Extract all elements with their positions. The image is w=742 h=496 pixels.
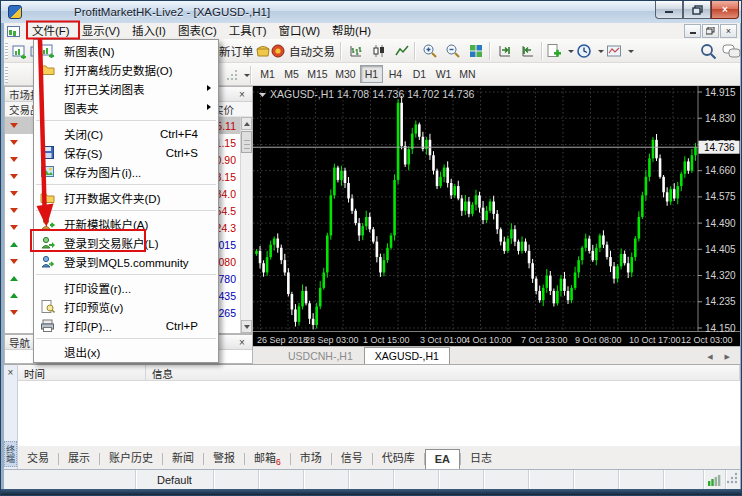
menubar-item-1[interactable]: 显示(V) [76, 23, 126, 39]
toolbar-separator [250, 66, 251, 84]
timeframe-button-M5[interactable]: M5 [280, 65, 303, 83]
candlestick-mode-button[interactable] [368, 42, 390, 60]
menubar-item-4[interactable]: 工具(T) [223, 23, 273, 39]
menubar-item-6[interactable]: 帮助(H) [326, 23, 377, 39]
wallet-icon [255, 43, 271, 59]
restore-button[interactable] [683, 1, 711, 19]
timeframe-button-M15[interactable]: M15 [304, 65, 331, 83]
terminal-tab-3[interactable]: 新闻 [163, 446, 203, 469]
search-button[interactable] [697, 42, 719, 60]
timeframe-button-H1[interactable]: H1 [360, 65, 383, 83]
market-watch-scrollbar[interactable] [240, 117, 252, 333]
file-menu-item-save-as-picture[interactable]: 保存为图片(i)... [34, 162, 218, 181]
terminal-tab-10[interactable]: 日志 [461, 446, 501, 469]
file-menu-item-close[interactable]: 关闭(C)Ctrl+F4 [34, 124, 218, 143]
menubar-item-2[interactable]: 插入(I) [126, 23, 172, 39]
zoom-out-button[interactable] [442, 42, 464, 60]
message-column-header[interactable]: 信息 [146, 365, 740, 380]
file-menu-item-save[interactable]: 保存(S)Ctrl+S [34, 143, 218, 162]
file-menu-item-print-preview[interactable]: 打印预览(v) [34, 297, 218, 316]
terminal-tab-5[interactable]: 邮箱6 [245, 446, 290, 469]
chart-shift-button[interactable] [517, 42, 539, 60]
new-order-label: 新订单 [219, 43, 254, 59]
status-profile[interactable]: Default [136, 470, 214, 489]
minimize-button[interactable] [655, 1, 683, 19]
file-menu-item-login-mql5[interactable]: 登录到MQL5.community [34, 252, 218, 271]
file-menu-item-open-demo-account[interactable]: 开新模拟帐户(A) [34, 214, 218, 233]
tile-windows-button[interactable] [465, 42, 487, 60]
menubar-item-5[interactable]: 窗口(W) [273, 23, 327, 39]
tab-label: 市场 [300, 452, 322, 464]
timeframe-button-M1[interactable]: M1 [256, 65, 279, 83]
terminal-tab-active-9[interactable]: EA [425, 449, 460, 469]
timeframe-button-W1[interactable]: W1 [432, 65, 455, 83]
close-button[interactable]: × [711, 1, 739, 19]
terminal-close-icon[interactable]: × [5, 367, 17, 378]
terminal-tab-0[interactable]: 交易 [18, 446, 58, 469]
indicators-dropdown-button[interactable] [546, 42, 574, 60]
file-menu-item-chart-profiles[interactable]: 图表夹 [34, 98, 218, 117]
status-cell-empty [619, 470, 664, 489]
resize-grip[interactable] [726, 470, 740, 489]
file-menu-dropdown: 新图表(N)打开离线历史数据(O)打开已关闭图表图表夹关闭(C)Ctrl+F4保… [33, 39, 219, 363]
chart-tab-USDCNHH1[interactable]: USDCNH-,H1 [277, 347, 364, 364]
svg-text:14.736: 14.736 [704, 142, 735, 153]
timeframe-button-H4[interactable]: H4 [384, 65, 407, 83]
timeframe-button-M30[interactable]: M30 [332, 65, 359, 83]
file-menu-item-print-setup[interactable]: 打印设置(r)... [34, 278, 218, 297]
price-down-icon [10, 310, 18, 315]
scroll-down-icon[interactable] [241, 320, 252, 333]
zoom-in-button[interactable] [419, 42, 441, 60]
bars-chart-icon [348, 43, 364, 59]
mdi-restore-button[interactable] [702, 24, 719, 38]
file-menu-item-login-trade-account[interactable]: 登录到交易账户(L) [34, 233, 218, 252]
chart-tab-XAGUSDH1[interactable]: XAGUSD-,H1 [364, 347, 450, 364]
chat-icon [722, 44, 741, 59]
auto-scroll-button[interactable] [494, 42, 516, 60]
file-menu-item-print[interactable]: 打印(P)...Ctrl+P [34, 316, 218, 335]
periods-dropdown-button[interactable] [576, 42, 604, 60]
chart-tabs-scroll-arrows[interactable]: ◀ ▶ [707, 353, 735, 361]
terminal-tab-4[interactable]: 警报 [204, 446, 244, 469]
clock-icon [576, 43, 595, 59]
file-menu-item-new-chart[interactable]: 新图表(N) [34, 41, 218, 60]
mdi-minimize-button[interactable] [684, 24, 701, 38]
menubar-item-3[interactable]: 图表(C) [172, 23, 223, 39]
terminal-vertical-tab[interactable]: 终端 [4, 441, 17, 467]
mdi-close-button[interactable]: × [720, 24, 737, 38]
scrollbar-thumb[interactable] [241, 131, 252, 153]
periodicity-dropdown-button[interactable] [226, 66, 250, 84]
file-menu-item-open-closed-charts[interactable]: 打开已关闭图表 [34, 79, 218, 98]
price-chart[interactable]: 14.91514.83014.74514.66014.57514.49014.4… [253, 86, 740, 346]
new-chart-icon [40, 43, 55, 58]
price-up-icon [10, 242, 18, 247]
templates-dropdown-button[interactable] [606, 42, 634, 60]
terminal-tab-6[interactable]: 市场 [291, 446, 331, 469]
bar-chart-mode-button[interactable] [345, 42, 367, 60]
autotrading-button[interactable]: 自动交易 [270, 42, 335, 60]
terminal-tab-1[interactable]: 展示 [59, 446, 99, 469]
market-watch-close-icon[interactable]: × [236, 89, 248, 100]
line-chart-mode-button[interactable] [391, 42, 413, 60]
timeframe-button-D1[interactable]: D1 [408, 65, 431, 83]
search-icon [700, 43, 717, 60]
file-menu-item-exit[interactable]: 退出(x) [34, 342, 218, 361]
file-menu-item-open-offline-history[interactable]: 打开离线历史数据(O) [34, 60, 218, 79]
status-cell-empty [304, 470, 349, 489]
terminal-tab-7[interactable]: 信号 [332, 446, 372, 469]
menubar-item-0[interactable]: 文件(F) [26, 23, 76, 39]
app-icon [8, 5, 22, 19]
scroll-up-icon[interactable] [241, 117, 252, 130]
chat-button[interactable] [720, 42, 742, 60]
terminal-tab-8[interactable]: 代码库 [373, 446, 424, 469]
tab-label: EA [435, 453, 450, 465]
terminal-tab-2[interactable]: 账户历史 [100, 446, 162, 469]
menu-item-label: 登录到交易账户(L) [64, 235, 159, 251]
connection-status-icon [704, 470, 726, 489]
navigator-close-icon[interactable]: × [236, 337, 248, 348]
time-column-header[interactable]: 时间 [18, 365, 146, 380]
toolbar-grip[interactable] [5, 67, 8, 83]
price-up-icon [10, 276, 18, 281]
timeframe-button-MN[interactable]: MN [456, 65, 479, 83]
file-menu-item-open-data-folder[interactable]: 打开数据文件夹(D) [34, 188, 218, 207]
